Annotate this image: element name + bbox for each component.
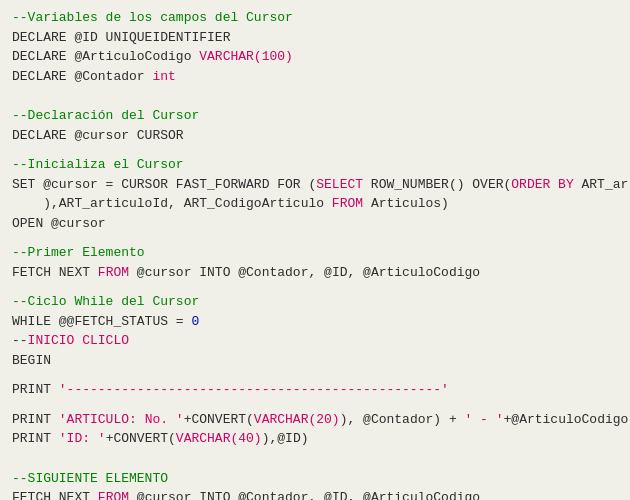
code-line [12,86,618,96]
code-token: OPEN @cursor [12,216,106,231]
code-token: -- [12,333,28,348]
code-token: FETCH NEXT [12,265,98,280]
code-token: DECLARE @ArticuloCodigo [12,49,199,64]
code-line [12,449,618,459]
code-token: PRINT [12,382,59,397]
code-token: DECLARE @cursor CURSOR [12,128,184,143]
code-token: VARCHAR(20) [254,412,340,427]
code-token: ),@ID) [262,431,309,446]
code-token: 'ID: ' [59,431,106,446]
code-line: DECLARE @ArticuloCodigo VARCHAR(100) [12,47,618,67]
code-token: FROM [98,490,129,500]
code-token: FROM [98,265,129,280]
code-line: --Ciclo While del Cursor [12,292,618,312]
code-line: ),ART_articuloId, ART_CodigoArticulo FRO… [12,194,618,214]
code-token: 'ARTICULO: No. ' [59,412,184,427]
code-token: ROW_NUMBER() OVER( [363,177,511,192]
code-line: --Primer Elemento [12,243,618,263]
code-line: FETCH NEXT FROM @cursor INTO @Contador, … [12,488,618,500]
code-line: DECLARE @Contador int [12,67,618,87]
code-token: BEGIN [12,353,51,368]
code-token: ),ART_articuloId, ART_CodigoArticulo [12,196,332,211]
code-token: --Declaración del Cursor [12,108,199,123]
code-token: SET @cursor = CURSOR FAST_FORWARD FOR ( [12,177,316,192]
code-token: WHILE @@FETCH_STATUS = [12,314,191,329]
code-token: PRINT [12,431,59,446]
code-token: --Inicializa el Cursor [12,157,184,172]
code-line: BEGIN [12,351,618,371]
code-token: FETCH NEXT [12,490,98,500]
code-line: PRINT 'ARTICULO: No. '+CONVERT(VARCHAR(2… [12,410,618,430]
code-token: FROM [332,196,363,211]
code-token: @cursor INTO @Contador, @ID, @ArticuloCo… [129,265,480,280]
code-line [12,233,618,243]
code-line: OPEN @cursor [12,214,618,234]
code-line: --SIGUIENTE ELEMENTO [12,469,618,489]
code-token: DECLARE @ID UNIQUEIDENTIFIER [12,30,230,45]
code-token: VARCHAR(100) [199,49,293,64]
code-token: +CONVERT( [106,431,176,446]
code-editor: --Variables de los campos del CursorDECL… [12,8,618,500]
code-line: DECLARE @cursor CURSOR [12,126,618,146]
code-token: ' - ' [465,412,504,427]
code-line: DECLARE @ID UNIQUEIDENTIFIER [12,28,618,48]
code-token: DECLARE @Contador [12,69,152,84]
code-line [12,400,618,410]
code-line: PRINT '---------------------------------… [12,380,618,400]
code-token: PRINT [12,412,59,427]
code-token: +CONVERT( [184,412,254,427]
code-token: ART_ar [574,177,629,192]
code-line: WHILE @@FETCH_STATUS = 0 [12,312,618,332]
code-line: PRINT 'ID: '+CONVERT(VARCHAR(40)),@ID) [12,429,618,449]
code-token: VARCHAR(40) [176,431,262,446]
code-line: --Variables de los campos del Cursor [12,8,618,28]
code-token: ), @Contador) + [340,412,465,427]
code-token: int [152,69,175,84]
code-line: --INICIO CLICLO [12,331,618,351]
code-token: --Variables de los campos del Cursor [12,10,293,25]
code-line: --Declaración del Cursor [12,106,618,126]
code-line [12,459,618,469]
code-token: +@ArticuloCodigo [504,412,629,427]
code-token: --SIGUIENTE ELEMENTO [12,471,168,486]
code-token: @cursor INTO @Contador, @ID, @ArticuloCo… [129,490,480,500]
code-line [12,145,618,155]
code-token: SELECT [316,177,363,192]
code-token: --Ciclo While del Cursor [12,294,199,309]
code-token: Articulos) [363,196,449,211]
code-token: 0 [191,314,199,329]
code-line [12,370,618,380]
code-line [12,282,618,292]
code-token: '---------------------------------------… [59,382,449,397]
code-line: --Inicializa el Cursor [12,155,618,175]
code-token: INICIO CLICLO [28,333,129,348]
code-line: FETCH NEXT FROM @cursor INTO @Contador, … [12,263,618,283]
code-token: --Primer Elemento [12,245,145,260]
code-token: ORDER BY [511,177,573,192]
code-line: SET @cursor = CURSOR FAST_FORWARD FOR (S… [12,175,618,195]
code-line [12,96,618,106]
